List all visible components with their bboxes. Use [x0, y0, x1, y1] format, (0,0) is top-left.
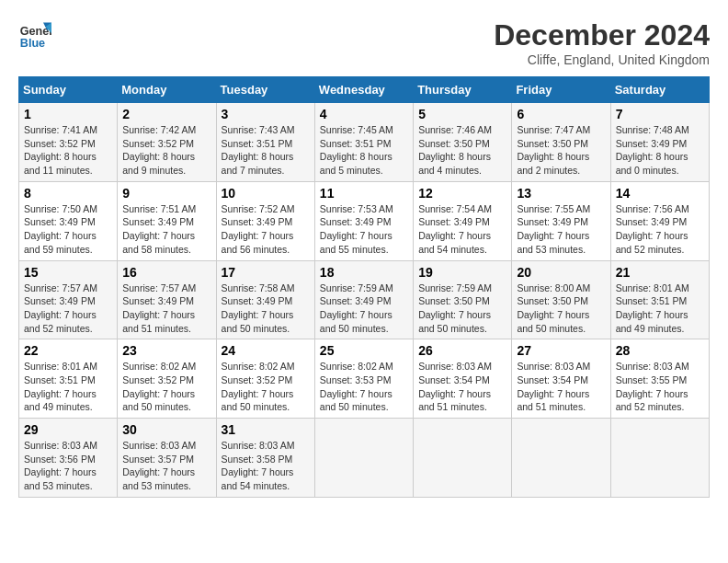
header-monday: Monday — [118, 77, 216, 103]
weekday-header-row: Sunday Monday Tuesday Wednesday Thursday… — [19, 77, 710, 103]
day-info: Sunrise: 8:03 AM Sunset: 3:54 PM Dayligh… — [517, 360, 605, 414]
day-number: 2 — [122, 107, 210, 121]
day-cell-15: 15 Sunrise: 7:57 AM Sunset: 3:49 PM Dayl… — [19, 260, 118, 339]
day-number: 23 — [122, 343, 210, 358]
day-info: Sunrise: 7:51 AM Sunset: 3:49 PM Dayligh… — [122, 202, 210, 257]
day-number: 19 — [418, 265, 506, 280]
day-info: Sunrise: 7:59 AM Sunset: 3:50 PM Dayligh… — [418, 282, 506, 336]
day-number: 25 — [320, 343, 408, 358]
day-cell-5: 5 Sunrise: 7:46 AM Sunset: 3:50 PM Dayli… — [414, 103, 512, 182]
day-cell-9: 9 Sunrise: 7:51 AM Sunset: 3:49 PM Dayli… — [118, 181, 216, 260]
day-info: Sunrise: 8:02 AM Sunset: 3:52 PM Dayligh… — [222, 360, 310, 414]
day-info: Sunrise: 7:48 AM Sunset: 3:49 PM Dayligh… — [616, 123, 704, 178]
logo-icon: General Blue — [18, 18, 51, 52]
calendar-week-row: 1 Sunrise: 7:41 AM Sunset: 3:52 PM Dayli… — [19, 103, 710, 182]
day-cell-8: 8 Sunrise: 7:50 AM Sunset: 3:49 PM Dayli… — [19, 181, 118, 260]
day-cell-16: 16 Sunrise: 7:57 AM Sunset: 3:49 PM Dayl… — [118, 260, 216, 339]
day-cell-29: 29 Sunrise: 8:03 AM Sunset: 3:56 PM Dayl… — [19, 419, 118, 498]
day-info: Sunrise: 7:53 AM Sunset: 3:49 PM Dayligh… — [320, 202, 408, 257]
day-cell-22: 22 Sunrise: 8:01 AM Sunset: 3:51 PM Dayl… — [19, 339, 118, 419]
day-info: Sunrise: 7:55 AM Sunset: 3:49 PM Dayligh… — [517, 202, 605, 257]
day-info: Sunrise: 8:02 AM Sunset: 3:53 PM Dayligh… — [320, 360, 408, 414]
svg-text:Blue: Blue — [20, 37, 45, 50]
day-cell-7: 7 Sunrise: 7:48 AM Sunset: 3:49 PM Dayli… — [610, 103, 709, 182]
day-cell-17: 17 Sunrise: 7:58 AM Sunset: 3:49 PM Dayl… — [216, 260, 314, 339]
day-info: Sunrise: 7:42 AM Sunset: 3:52 PM Dayligh… — [122, 123, 210, 178]
day-number: 5 — [418, 107, 506, 121]
day-number: 12 — [418, 186, 506, 201]
day-cell-19: 19 Sunrise: 7:59 AM Sunset: 3:50 PM Dayl… — [414, 260, 512, 339]
logo: General Blue — [18, 18, 51, 52]
day-info: Sunrise: 8:02 AM Sunset: 3:52 PM Dayligh… — [122, 360, 210, 414]
day-cell-11: 11 Sunrise: 7:53 AM Sunset: 3:49 PM Dayl… — [314, 181, 413, 260]
day-cell-12: 12 Sunrise: 7:54 AM Sunset: 3:49 PM Dayl… — [414, 181, 512, 260]
day-number: 7 — [616, 107, 704, 121]
calendar-week-row: 15 Sunrise: 7:57 AM Sunset: 3:49 PM Dayl… — [19, 260, 710, 339]
day-number: 10 — [222, 186, 310, 201]
day-cell-2: 2 Sunrise: 7:42 AM Sunset: 3:52 PM Dayli… — [118, 103, 216, 182]
day-number: 24 — [222, 343, 310, 358]
day-info: Sunrise: 8:01 AM Sunset: 3:51 PM Dayligh… — [24, 360, 112, 414]
day-cell-14: 14 Sunrise: 7:56 AM Sunset: 3:49 PM Dayl… — [610, 181, 709, 260]
day-info: Sunrise: 8:01 AM Sunset: 3:51 PM Dayligh… — [616, 282, 704, 336]
day-number: 6 — [517, 107, 605, 121]
day-info: Sunrise: 7:56 AM Sunset: 3:49 PM Dayligh… — [616, 202, 704, 257]
day-cell-23: 23 Sunrise: 8:02 AM Sunset: 3:52 PM Dayl… — [118, 339, 216, 419]
title-block: December 2024 Cliffe, England, United Ki… — [494, 18, 710, 67]
header-sunday: Sunday — [19, 77, 118, 103]
day-number: 27 — [517, 343, 605, 358]
day-cell-13: 13 Sunrise: 7:55 AM Sunset: 3:49 PM Dayl… — [512, 181, 610, 260]
day-number: 22 — [24, 343, 112, 358]
day-info: Sunrise: 7:43 AM Sunset: 3:51 PM Dayligh… — [222, 123, 310, 178]
day-info: Sunrise: 8:03 AM Sunset: 3:55 PM Dayligh… — [616, 360, 704, 414]
day-cell-24: 24 Sunrise: 8:02 AM Sunset: 3:52 PM Dayl… — [216, 339, 314, 419]
day-cell-31: 31 Sunrise: 8:03 AM Sunset: 3:58 PM Dayl… — [216, 419, 314, 498]
day-cell-18: 18 Sunrise: 7:59 AM Sunset: 3:49 PM Dayl… — [314, 260, 413, 339]
calendar-week-row: 8 Sunrise: 7:50 AM Sunset: 3:49 PM Dayli… — [19, 181, 710, 260]
day-cell-20: 20 Sunrise: 8:00 AM Sunset: 3:50 PM Dayl… — [512, 260, 610, 339]
day-number: 18 — [320, 265, 408, 280]
day-number: 13 — [517, 186, 605, 201]
day-info: Sunrise: 8:00 AM Sunset: 3:50 PM Dayligh… — [517, 282, 605, 336]
day-info: Sunrise: 8:03 AM Sunset: 3:56 PM Dayligh… — [24, 439, 112, 493]
day-number: 1 — [24, 107, 112, 121]
day-number: 20 — [517, 265, 605, 280]
empty-cell — [314, 419, 413, 498]
day-cell-6: 6 Sunrise: 7:47 AM Sunset: 3:50 PM Dayli… — [512, 103, 610, 182]
day-number: 8 — [24, 186, 112, 201]
day-number: 14 — [616, 186, 704, 201]
day-cell-26: 26 Sunrise: 8:03 AM Sunset: 3:54 PM Dayl… — [414, 339, 512, 419]
day-number: 11 — [320, 186, 408, 201]
header-friday: Friday — [512, 77, 610, 103]
calendar-table: Sunday Monday Tuesday Wednesday Thursday… — [18, 76, 710, 498]
day-info: Sunrise: 7:41 AM Sunset: 3:52 PM Dayligh… — [24, 123, 112, 178]
day-number: 3 — [222, 107, 310, 121]
page-title: December 2024 — [494, 18, 710, 52]
day-cell-27: 27 Sunrise: 8:03 AM Sunset: 3:54 PM Dayl… — [512, 339, 610, 419]
empty-cell — [610, 419, 709, 498]
header: General Blue December 2024 Cliffe, Engla… — [18, 18, 710, 67]
day-info: Sunrise: 8:03 AM Sunset: 3:58 PM Dayligh… — [222, 439, 310, 493]
day-number: 21 — [616, 265, 704, 280]
day-number: 16 — [122, 265, 210, 280]
day-cell-21: 21 Sunrise: 8:01 AM Sunset: 3:51 PM Dayl… — [610, 260, 709, 339]
day-cell-30: 30 Sunrise: 8:03 AM Sunset: 3:57 PM Dayl… — [118, 419, 216, 498]
header-wednesday: Wednesday — [314, 77, 413, 103]
day-info: Sunrise: 7:52 AM Sunset: 3:49 PM Dayligh… — [222, 202, 310, 257]
day-info: Sunrise: 7:58 AM Sunset: 3:49 PM Dayligh… — [222, 282, 310, 336]
day-info: Sunrise: 7:59 AM Sunset: 3:49 PM Dayligh… — [320, 282, 408, 336]
calendar-week-row: 22 Sunrise: 8:01 AM Sunset: 3:51 PM Dayl… — [19, 339, 710, 419]
page-subtitle: Cliffe, England, United Kingdom — [494, 52, 710, 67]
day-cell-25: 25 Sunrise: 8:02 AM Sunset: 3:53 PM Dayl… — [314, 339, 413, 419]
header-thursday: Thursday — [414, 77, 512, 103]
empty-cell — [512, 419, 610, 498]
header-tuesday: Tuesday — [216, 77, 314, 103]
day-cell-1: 1 Sunrise: 7:41 AM Sunset: 3:52 PM Dayli… — [19, 103, 118, 182]
day-number: 9 — [122, 186, 210, 201]
day-info: Sunrise: 7:57 AM Sunset: 3:49 PM Dayligh… — [24, 282, 112, 336]
day-info: Sunrise: 8:03 AM Sunset: 3:57 PM Dayligh… — [122, 439, 210, 493]
day-info: Sunrise: 7:54 AM Sunset: 3:49 PM Dayligh… — [418, 202, 506, 257]
day-number: 29 — [24, 422, 112, 437]
empty-cell — [414, 419, 512, 498]
day-cell-4: 4 Sunrise: 7:45 AM Sunset: 3:51 PM Dayli… — [314, 103, 413, 182]
